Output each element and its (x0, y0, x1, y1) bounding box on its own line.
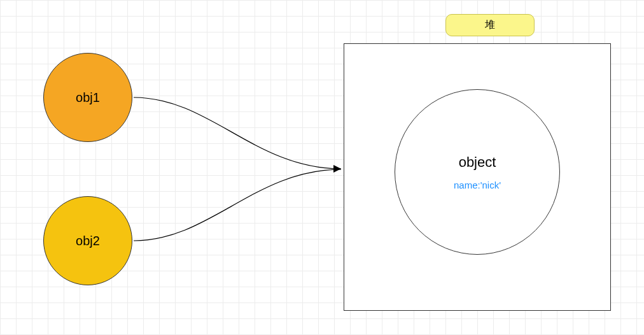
variable-obj1-label: obj1 (76, 90, 100, 105)
heap-label-text: 堆 (485, 18, 495, 32)
variable-obj2-label: obj2 (76, 234, 100, 248)
heap-object-property: name:'nick' (454, 180, 501, 190)
heap-label: 堆 (445, 14, 535, 36)
variable-obj1: obj1 (43, 53, 132, 142)
diagram-canvas: obj1 obj2 堆 object name:'nick' (0, 0, 644, 335)
heap-object: object name:'nick' (395, 89, 560, 255)
heap-object-title: object (459, 154, 496, 171)
variable-obj2: obj2 (43, 196, 132, 285)
